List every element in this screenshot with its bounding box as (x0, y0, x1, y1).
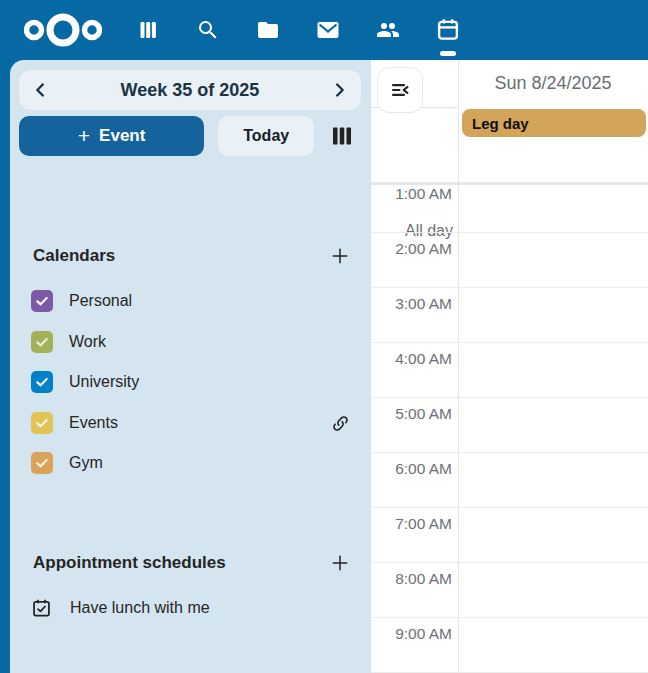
calendar-item-personal[interactable]: Personal (31, 281, 358, 321)
previous-week-button[interactable] (19, 70, 63, 110)
time-label: 5:00 AM (371, 404, 452, 424)
calendar-name: Events (69, 414, 322, 432)
appointments-title: Appointment schedules (33, 553, 322, 573)
appointments-section-header: Appointment schedules (33, 545, 358, 581)
calendar-checkbox[interactable] (31, 290, 53, 312)
search-icon[interactable] (186, 8, 230, 52)
calendar-view: Sun 8/24/2025 Leg day All day 1:00 AM 2:… (371, 60, 648, 673)
calendar-name: University (69, 373, 358, 391)
active-app-indicator (440, 51, 456, 56)
files-icon[interactable] (246, 8, 290, 52)
contacts-icon[interactable] (366, 8, 410, 52)
calendar-icon[interactable] (426, 8, 470, 52)
calendar-item-university[interactable]: University (31, 362, 358, 402)
calendar-checkbox[interactable] (31, 371, 53, 393)
next-week-button[interactable] (317, 70, 361, 110)
appointment-schedule-name: Have lunch with me (70, 599, 210, 617)
time-label: 2:00 AM (371, 239, 452, 259)
dashboard-icon[interactable] (126, 8, 170, 52)
new-event-button[interactable]: + Event (19, 116, 204, 156)
calendar-checkbox[interactable] (31, 331, 53, 353)
time-label: 3:00 AM (371, 294, 452, 314)
check-icon (34, 334, 50, 350)
collapse-sidebar-button[interactable] (377, 67, 423, 113)
calendar-item-gym[interactable]: Gym (31, 443, 358, 483)
time-label: 8:00 AM (371, 569, 452, 589)
plus-icon (330, 246, 350, 266)
today-button[interactable]: Today (218, 116, 314, 156)
shared-link-icon[interactable] (322, 405, 358, 441)
action-buttons: + Event Today (19, 116, 361, 156)
time-label: 6:00 AM (371, 459, 452, 479)
calendar-check-icon (31, 598, 52, 619)
nextcloud-logo[interactable] (24, 7, 102, 57)
week-title: Week 35 of 2025 (63, 80, 317, 101)
view-selector-button[interactable] (322, 116, 361, 156)
time-label: 4:00 AM (371, 349, 452, 369)
add-appointment-schedule-button[interactable] (322, 545, 358, 581)
backburger-icon (388, 78, 412, 102)
view-grid-icon (331, 126, 353, 146)
add-calendar-button[interactable] (322, 238, 358, 274)
day-column-header[interactable]: Sun 8/24/2025 (458, 60, 648, 107)
calendar-item-events[interactable]: Events (31, 403, 358, 443)
calendar-name: Personal (69, 292, 358, 310)
calendar-item-work[interactable]: Work (31, 322, 358, 362)
plus-icon: + (78, 125, 90, 146)
check-icon (34, 293, 50, 309)
top-bar (0, 0, 648, 60)
time-label: 9:00 AM (371, 624, 452, 644)
check-icon (34, 374, 50, 390)
event-leg-day[interactable]: Leg day (462, 109, 646, 137)
new-event-label: Event (99, 126, 145, 146)
plus-icon (330, 553, 350, 573)
check-icon (34, 415, 50, 431)
event-title: Leg day (472, 115, 529, 132)
appointment-schedule-item[interactable]: Have lunch with me (31, 588, 358, 628)
calendars-title: Calendars (33, 246, 322, 266)
content-frame: Week 35 of 2025 + Event Today (10, 60, 648, 673)
mail-icon[interactable] (306, 8, 350, 52)
time-label: 1:00 AM (371, 184, 452, 204)
calendar-name: Gym (69, 454, 358, 472)
sidebar: Week 35 of 2025 + Event Today (10, 60, 371, 673)
calendar-checkbox[interactable] (31, 452, 53, 474)
calendar-checkbox[interactable] (31, 412, 53, 434)
week-navigation: Week 35 of 2025 (19, 70, 361, 110)
check-icon (34, 455, 50, 471)
calendars-section-header: Calendars (33, 238, 358, 274)
time-label: 7:00 AM (371, 514, 452, 534)
calendar-name: Work (69, 333, 358, 351)
